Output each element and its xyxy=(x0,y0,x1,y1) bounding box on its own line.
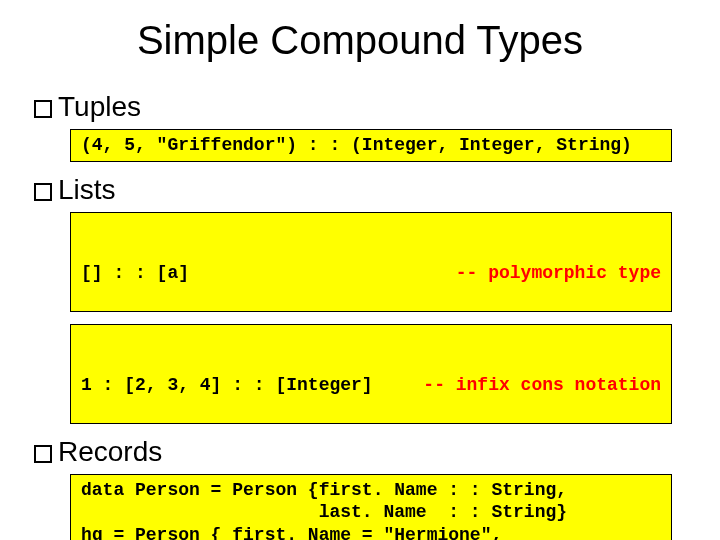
section-records-label: Records xyxy=(58,436,162,467)
code-records: data Person = Person {first. Name : : St… xyxy=(70,474,672,541)
section-tuples-label: Tuples xyxy=(58,91,141,122)
slide-title: Simple Compound Types xyxy=(28,18,692,63)
code-lists-2: 1 : [2, 3, 4] : : [Integer] -- infix con… xyxy=(70,324,672,424)
code-lists-1: [] : : [a] -- polymorphic type xyxy=(70,212,672,312)
section-lists: Lists xyxy=(28,174,692,206)
bullet-icon xyxy=(34,445,52,463)
code-lists-2-comment: -- infix cons notation xyxy=(423,374,661,397)
code-lists-2-left: 1 : [2, 3, 4] : : [Integer] xyxy=(81,374,373,397)
code-tuples: (4, 5, "Griffendor") : : (Integer, Integ… xyxy=(70,129,672,162)
bullet-icon xyxy=(34,183,52,201)
section-records: Records xyxy=(28,436,692,468)
code-lists-1-left: [] : : [a] xyxy=(81,262,189,285)
bullet-icon xyxy=(34,100,52,118)
section-lists-label: Lists xyxy=(58,174,116,205)
code-lists-1-comment: -- polymorphic type xyxy=(456,262,661,285)
section-tuples: Tuples xyxy=(28,91,692,123)
